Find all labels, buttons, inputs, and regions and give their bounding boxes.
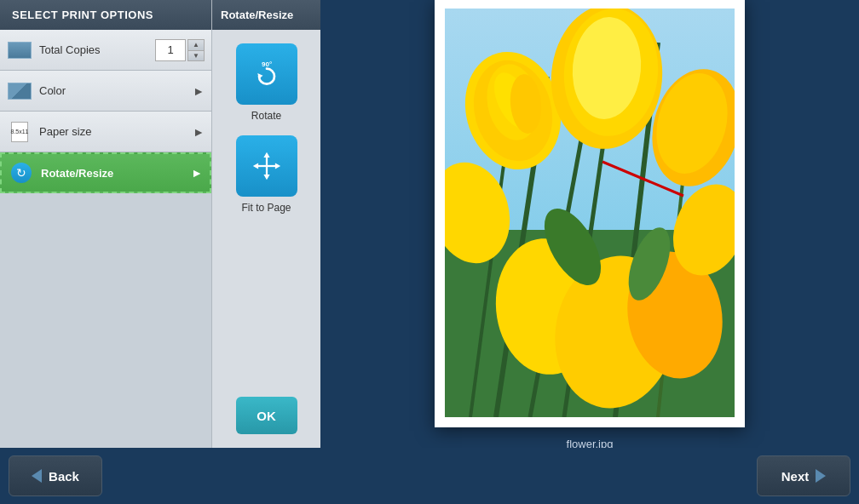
copies-arrows: ▲ ▼ [187, 39, 205, 61]
back-label: Back [49, 469, 79, 484]
back-button[interactable]: Back [9, 455, 102, 496]
fit-to-page-icon [251, 151, 282, 181]
color-label: Color [39, 84, 193, 97]
option-rotate-resize[interactable]: ↻ Rotate/Resize ► [0, 152, 211, 193]
svg-text:90°: 90° [261, 60, 271, 68]
copies-icon [7, 40, 32, 60]
rotate-button[interactable]: 90° [236, 43, 297, 105]
svg-marker-5 [263, 175, 269, 180]
left-panel-header: SELECT PRINT OPTIONS [0, 0, 211, 30]
ok-button[interactable]: OK [236, 397, 297, 434]
copies-input[interactable] [155, 39, 186, 61]
rotate-icon: ↻ [11, 163, 32, 183]
svg-marker-6 [252, 163, 257, 169]
copies-control[interactable]: ▲ ▼ [155, 39, 205, 61]
flower-svg [445, 9, 735, 417]
rotate-resize-icon: ↻ [9, 163, 34, 183]
fit-to-page-label: Fit to Page [241, 202, 291, 214]
option-paper-size[interactable]: 8.5x11 Paper size ► [0, 112, 211, 152]
next-button[interactable]: Next [757, 455, 850, 496]
svg-marker-4 [263, 152, 269, 158]
copies-up-button[interactable]: ▲ [187, 39, 205, 50]
paper-icon: 8.5x11 [11, 122, 28, 142]
copies-down-button[interactable]: ▼ [187, 50, 205, 61]
fit-to-page-button[interactable] [236, 135, 297, 197]
paper-size-label: Paper size [39, 125, 193, 138]
middle-panel: Rotate/Resize 90° Rotate Fit to Pa [211, 0, 320, 448]
rotate-label: Rotate [251, 110, 281, 122]
rotate-resize-label: Rotate/Resize [41, 167, 191, 180]
photo-preview [445, 9, 735, 417]
next-label: Next [781, 469, 810, 484]
color-chevron-icon: ► [193, 84, 205, 98]
preview-area: flower.jpg [320, 0, 859, 448]
color-icon [7, 81, 32, 101]
copies-label: Total Copies [39, 43, 155, 56]
photo-filename: flower.jpg [567, 438, 614, 449]
middle-panel-header: Rotate/Resize [212, 0, 320, 30]
paper-size-icon: 8.5x11 [7, 122, 32, 142]
rotate-resize-chevron-icon: ► [191, 166, 203, 180]
svg-marker-7 [274, 163, 280, 169]
photo-frame [435, 0, 745, 427]
left-panel: SELECT PRINT OPTIONS Total Copies ▲ ▼ Co… [0, 0, 211, 448]
paper-size-chevron-icon: ► [193, 125, 205, 139]
next-arrow-icon [816, 469, 826, 483]
rotate-icon: 90° [251, 59, 282, 89]
bottom-bar: Back Next [0, 448, 859, 504]
option-color[interactable]: Color ► [0, 71, 211, 112]
back-arrow-icon [32, 469, 42, 483]
option-total-copies[interactable]: Total Copies ▲ ▼ [0, 30, 211, 71]
